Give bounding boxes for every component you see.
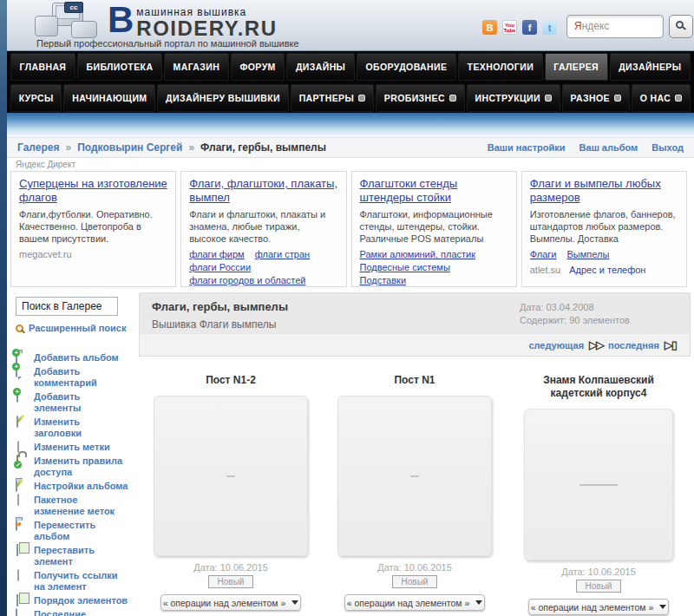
site-logo[interactable]: B машинная вышивка ROIDERY.RU	[108, 0, 277, 40]
nav-label: ПАРТНЕРЫ	[299, 93, 354, 103]
ad-sitelink[interactable]: флаги фирм	[189, 248, 244, 261]
last-page-icon[interactable]: ▷▯	[665, 338, 676, 351]
sidebar-item-album-settings[interactable]: Настройки альбома	[16, 481, 128, 492]
blogger-icon[interactable]: B	[482, 20, 497, 35]
breadcrumb-separator: »	[188, 141, 194, 154]
ad-domain-link[interactable]: megacvet.ru	[19, 249, 72, 259]
broken-image-icon	[579, 484, 618, 486]
user-album-link[interactable]: Ваш альбом	[579, 142, 638, 153]
gallery-grid: Пост N1-2 Дата: 10.06.2015 Новый « опера…	[139, 364, 691, 615]
breadcrumb-separator: »	[65, 141, 71, 154]
nav-item-instructions[interactable]: ИНСТРУКЦИИ	[467, 84, 560, 112]
advanced-search-link[interactable]: Расширенный поиск	[16, 323, 139, 333]
nav-item-about[interactable]: О НАС	[632, 84, 691, 112]
sidebar-item-reorder-element[interactable]: Переставить элемент	[16, 545, 128, 567]
nav-item-library[interactable]: БИБЛИОТЕКА	[77, 53, 162, 81]
comment-search-icon	[16, 608, 17, 616]
logo-machines-icon[interactable]: cc	[33, 2, 108, 42]
last-page-link[interactable]: последняя	[608, 340, 659, 351]
nav-item-partners[interactable]: ПАРТНЕРЫ	[291, 84, 374, 112]
social-icons: B You Tube f t	[482, 20, 557, 35]
sidebar-item-add-album[interactable]: Добавить альбом	[16, 352, 128, 364]
nav-item-equipment[interactable]: ОБОРУДОВАНИЕ	[357, 53, 456, 81]
sidebar-item-edit-access-rules[interactable]: Изменить правила доступа	[16, 455, 128, 478]
pages-icon	[16, 594, 18, 606]
advanced-search-label: Расширенный поиск	[29, 323, 126, 333]
ad-sitelink[interactable]: Подставки	[360, 274, 407, 287]
nav-item-gallery[interactable]: ГАЛЕРЕЯ	[545, 53, 608, 81]
ad-sitelink[interactable]: флаги России	[189, 261, 251, 274]
item-operations-select[interactable]: « операции над элементом »	[528, 599, 669, 615]
ad-sitelink[interactable]: Рамки алюминий, пластик	[360, 248, 476, 261]
item-title: Пост N1	[394, 374, 435, 387]
item-operations-select[interactable]: « операции над элементом »	[160, 594, 301, 611]
user-settings-link[interactable]: Ваши настройки	[488, 142, 566, 153]
ad-sitelink[interactable]: Подвесные системы	[360, 261, 450, 274]
ad-title-link[interactable]: Флаги, флагштоки, плакаты, вымпел	[189, 177, 337, 205]
folder-edit-icon	[16, 480, 17, 492]
breadcrumb-author[interactable]: Подковырин Сергей	[77, 141, 182, 154]
nav-item-forum[interactable]: ФОРУМ	[231, 53, 285, 81]
gallery-search-input[interactable]	[16, 297, 118, 316]
item-thumbnail[interactable]	[154, 396, 308, 556]
logout-link[interactable]: Выход	[651, 142, 684, 153]
item-date: Дата: 10.06.2015	[561, 567, 636, 577]
search-icon	[676, 21, 684, 29]
sidebar-item-edit-titles[interactable]: Изменить заголовки	[16, 416, 128, 439]
ad-domain-link[interactable]: atlet.su	[530, 265, 560, 275]
dropdown-indicator-icon	[675, 95, 682, 102]
ad-address-link[interactable]: Адрес и телефон	[569, 265, 645, 275]
breadcrumb-bar: Галерея » Подковырин Сергей » Флаги, гер…	[7, 137, 694, 158]
site-tagline: Первый профессиональный портал по машинн…	[36, 38, 299, 49]
nav-item-misc[interactable]: РАЗНОЕ	[562, 84, 630, 112]
breadcrumb-current: Флаги, гербы, вымпелы	[200, 141, 326, 154]
album-date: Дата: 03.04.2008	[520, 301, 630, 314]
ad-title-link[interactable]: Флагштоки стенды штендеры стойки	[360, 177, 508, 205]
facebook-icon[interactable]: f	[522, 20, 537, 35]
item-thumbnail[interactable]	[337, 396, 492, 556]
chevron-down-icon	[659, 605, 666, 609]
sidebar-item-get-element-links[interactable]: Получить ссылки на элемент	[16, 570, 128, 593]
dropdown-indicator-icon	[449, 95, 456, 102]
next-page-link[interactable]: следующая	[528, 340, 584, 351]
nav-item-probusiness[interactable]: PROБИЗНЕС	[376, 84, 465, 112]
ad-title-link[interactable]: Флаги и вымпелы любых размеров	[530, 177, 678, 205]
ad-sitelink[interactable]: Флаги	[530, 248, 557, 261]
ad-sitelink[interactable]: флаги городов и областей	[189, 274, 305, 287]
nav-item-shop[interactable]: МАГАЗИН	[164, 53, 229, 81]
search-button[interactable]	[669, 15, 693, 38]
nav-item-technologies[interactable]: ТЕХНОЛОГИИ	[458, 53, 543, 81]
nav-item-courses[interactable]: КУРСЫ	[10, 84, 62, 112]
main-navigation: ГЛАВНАЯ БИБЛИОТЕКА МАГАЗИН ФОРУМ ДИЗАЙНЫ…	[7, 50, 694, 113]
select-label: « операции над элементом »	[531, 602, 654, 613]
nav-item-embroidery-designer[interactable]: ДИЗАЙНЕРУ ВЫШИВКИ	[157, 84, 289, 112]
ad-sitelink[interactable]: Вымпелы	[567, 248, 610, 261]
breadcrumb-gallery[interactable]: Галерея	[17, 141, 59, 154]
yandex-direct-label: Яндекс Директ	[16, 160, 75, 169]
album-content: Флаги, гербы, вымпелы Вышивка Флаги вымп…	[139, 292, 691, 616]
comment-add-icon	[16, 365, 17, 377]
sidebar-item-add-comment[interactable]: Добавить комментарий	[16, 366, 128, 389]
nav-row-2: КУРСЫ НАЧИНАЮЩИМ ДИЗАЙНЕРУ ВЫШИВКИ ПАРТН…	[7, 82, 694, 114]
next-page-icon[interactable]: ▷▷	[589, 338, 603, 351]
youtube-icon[interactable]: You Tube	[502, 20, 517, 35]
nav-item-beginners[interactable]: НАЧИНАЮЩИМ	[63, 84, 155, 112]
nav-item-designers[interactable]: ДИЗАЙНЕРЫ	[610, 53, 691, 81]
twitter-icon[interactable]: t	[542, 20, 557, 35]
sidebar-item-batch-edit-tags[interactable]: Пакетное изменение меток	[16, 495, 128, 517]
ad-title-link[interactable]: Суперцены на изготовление флагов	[19, 177, 167, 205]
ad-sitelink[interactable]: флаги стран	[255, 248, 310, 261]
sidebar-item-add-elements[interactable]: Добавить элементы	[16, 391, 128, 414]
sidebar-item-move-album[interactable]: Переместить альбом	[16, 520, 128, 542]
ad-block: Флагштоки стенды штендеры стойки Флагшто…	[351, 171, 517, 287]
yandex-search-input[interactable]: Яндекс	[566, 15, 664, 38]
broken-image-icon	[410, 475, 419, 477]
item-thumbnail[interactable]	[524, 409, 673, 560]
sidebar-item-recent-comments[interactable]: Последние комментарии	[16, 609, 128, 616]
nav-item-designs[interactable]: ДИЗАЙНЫ	[286, 53, 355, 81]
user-links: Ваши настройки Ваш альбом Выход	[488, 142, 684, 153]
sidebar-item-edit-tags[interactable]: Изменить метки	[16, 442, 128, 453]
sidebar-item-element-order[interactable]: Порядок элементов	[16, 595, 128, 606]
nav-item-home[interactable]: ГЛАВНАЯ	[10, 53, 75, 81]
item-operations-select[interactable]: « операции над элементом »	[344, 594, 485, 611]
